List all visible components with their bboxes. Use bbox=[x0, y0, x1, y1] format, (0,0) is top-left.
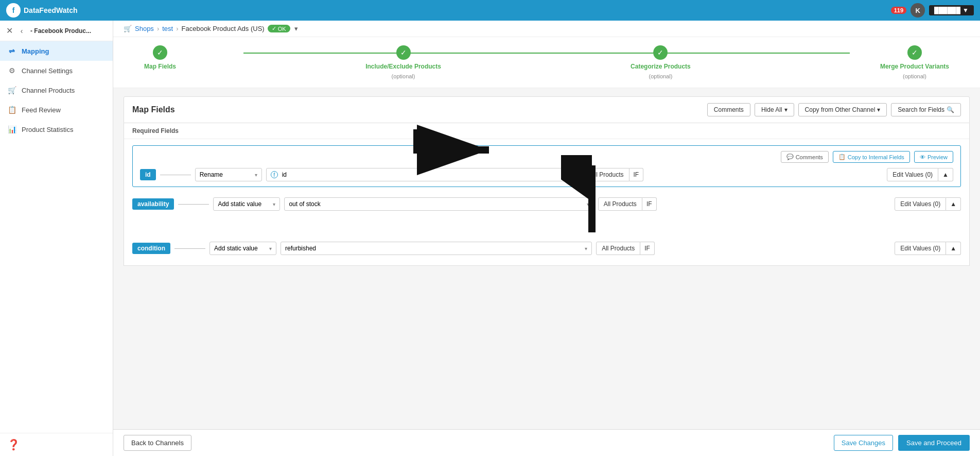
status-text: OK bbox=[278, 26, 286, 32]
map-fields-title: Map Fields bbox=[132, 105, 175, 114]
preview-label: Preview bbox=[927, 154, 948, 160]
breadcrumb-sep-1: › bbox=[157, 25, 159, 32]
user-avatar[interactable]: K bbox=[911, 3, 925, 18]
condition-if-button[interactable]: IF bbox=[640, 242, 655, 255]
required-fields-label: Required Fields bbox=[124, 123, 969, 139]
status-dropdown-arrow[interactable]: ▾ bbox=[294, 25, 298, 32]
if-button[interactable]: IF bbox=[629, 168, 644, 181]
rename-select[interactable]: Rename ▾ bbox=[195, 168, 262, 181]
sidebar-close-button[interactable]: ✕ bbox=[6, 26, 13, 36]
settings-icon: ⚙ bbox=[7, 66, 16, 75]
top-bar-right: 119 K ██████ ▼ bbox=[891, 3, 974, 18]
condition-all-products-group: All Products IF bbox=[596, 242, 655, 255]
map-fields-header: Map Fields Comments Hide All ▾ Copy from… bbox=[124, 96, 970, 123]
sidebar-item-channel-settings[interactable]: ⚙ Channel Settings bbox=[0, 61, 113, 80]
availability-value-select[interactable]: out of stock ▾ bbox=[284, 197, 593, 211]
footer-bar: Back to Channels Save Changes Save and P… bbox=[113, 429, 980, 456]
condition-type-select[interactable]: Add static value ▾ bbox=[209, 242, 276, 255]
user-menu[interactable]: ██████ ▼ bbox=[929, 5, 974, 15]
condition-value-select[interactable]: refurbished ▾ bbox=[281, 242, 592, 255]
sidebar-item-channel-products[interactable]: 🛒 Channel Products bbox=[0, 80, 113, 100]
copy-from-other-channel-button[interactable]: Copy from Other Channel ▾ bbox=[798, 103, 887, 116]
stats-icon: 📊 bbox=[7, 125, 16, 134]
content-area: 🛒 Shops › test › Facebook Product Ads (U… bbox=[113, 21, 980, 456]
hide-all-button[interactable]: Hide All ▾ bbox=[755, 103, 794, 116]
field-line-availability bbox=[178, 204, 209, 205]
eye-icon: 👁 bbox=[920, 154, 925, 160]
availability-value-label: out of stock bbox=[289, 200, 320, 208]
search-for-fields-button[interactable]: Search for Fields 🔍 bbox=[891, 103, 961, 116]
breadcrumb-shops[interactable]: Shops bbox=[135, 25, 154, 32]
condition-type-label: Add static value bbox=[214, 245, 258, 252]
preview-button[interactable]: 👁 Preview bbox=[914, 151, 953, 163]
sidebar-item-mapping[interactable]: ⇌ Mapping bbox=[0, 41, 113, 61]
field-badge-condition: condition bbox=[132, 243, 170, 254]
notification-badge[interactable]: 119 bbox=[891, 7, 906, 14]
save-and-proceed-button[interactable]: Save and Proceed bbox=[898, 435, 970, 451]
collapse-button[interactable]: ▲ bbox=[938, 168, 953, 181]
copy-from-arrow: ▾ bbox=[877, 106, 880, 113]
help-icon: ❓ bbox=[7, 438, 20, 451]
step-merge-variants[interactable]: ✓ Merge Product Variants (optional) bbox=[880, 45, 949, 79]
user-dropdown-arrow: ▼ bbox=[962, 7, 969, 14]
sidebar-item-channel-settings-label: Channel Settings bbox=[22, 67, 73, 75]
id-value-select[interactable]: f id ▾ bbox=[266, 168, 581, 181]
step-categorize[interactable]: ✓ Categorize Products (optional) bbox=[631, 45, 691, 79]
steps-progress-line bbox=[243, 53, 850, 54]
check-icon: ✓ bbox=[272, 25, 276, 32]
field-card-id-actions: 💬 Comments 📋 Copy to Internal Fields 👁 P… bbox=[140, 151, 953, 163]
breadcrumb-test[interactable]: test bbox=[162, 25, 173, 32]
step-merge-variants-label: Merge Product Variants bbox=[880, 63, 949, 70]
cart-icon: 🛒 bbox=[124, 25, 132, 32]
brand-logo: f DataFeedWatch bbox=[6, 3, 78, 18]
feed-icon: 📋 bbox=[7, 105, 16, 114]
breadcrumb-sep-2: › bbox=[176, 25, 178, 32]
sidebar-item-feed-review-label: Feed Review bbox=[22, 106, 61, 114]
rename-arrow: ▾ bbox=[255, 172, 257, 178]
availability-type-label: Add static value bbox=[218, 200, 261, 208]
condition-type-arrow: ▾ bbox=[269, 246, 272, 251]
availability-edit-values-button[interactable]: Edit Values (0) bbox=[895, 197, 946, 211]
edit-values-button[interactable]: Edit Values (0) bbox=[887, 168, 938, 181]
field-line-id bbox=[160, 175, 191, 175]
step-categorize-circle: ✓ bbox=[653, 45, 668, 60]
copy-to-internal-button[interactable]: 📋 Copy to Internal Fields bbox=[833, 151, 910, 163]
sidebar-item-product-statistics-label: Product Statistics bbox=[22, 126, 73, 133]
id-value-arrow: ▾ bbox=[573, 172, 576, 178]
sidebar-item-product-statistics[interactable]: 📊 Product Statistics bbox=[0, 120, 113, 139]
required-fields-section: Required Fields 💬 Comments 📋 Copy to Int… bbox=[124, 123, 970, 266]
condition-collapse-button[interactable]: ▲ bbox=[946, 242, 961, 255]
availability-all-products-button[interactable]: All Products bbox=[598, 197, 642, 211]
top-bar: f DataFeedWatch 119 K ██████ ▼ bbox=[0, 0, 980, 21]
condition-all-products-button[interactable]: All Products bbox=[596, 242, 640, 255]
sidebar-header: ✕ ‹ - Facebook Produc... bbox=[0, 21, 113, 41]
condition-edit-values-button[interactable]: Edit Values (0) bbox=[895, 242, 946, 255]
step-map-fields-label: Map Fields bbox=[144, 63, 176, 70]
back-to-channels-button[interactable]: Back to Channels bbox=[124, 435, 191, 451]
copy-icon: 📋 bbox=[838, 154, 846, 160]
all-products-button[interactable]: All Products bbox=[585, 168, 629, 181]
sidebar: ✕ ‹ - Facebook Produc... ⇌ Mapping ⚙ Cha… bbox=[0, 21, 113, 456]
main-layout: ✕ ‹ - Facebook Produc... ⇌ Mapping ⚙ Cha… bbox=[0, 21, 980, 456]
availability-type-select[interactable]: Add static value ▾ bbox=[213, 197, 280, 211]
sidebar-nav: ⇌ Mapping ⚙ Channel Settings 🛒 Channel P… bbox=[0, 41, 113, 433]
hide-all-arrow: ▾ bbox=[784, 106, 787, 113]
step-map-fields[interactable]: ✓ Map Fields bbox=[144, 45, 176, 70]
status-badge-ok: ✓ OK bbox=[268, 25, 290, 32]
availability-if-button[interactable]: IF bbox=[642, 197, 657, 211]
sidebar-item-mapping-label: Mapping bbox=[22, 47, 49, 55]
sidebar-item-feed-review[interactable]: 📋 Feed Review bbox=[0, 100, 113, 120]
availability-edit-values-group: Edit Values (0) ▲ bbox=[661, 197, 961, 211]
save-changes-button[interactable]: Save Changes bbox=[834, 435, 893, 451]
availability-collapse-button[interactable]: ▲ bbox=[946, 197, 961, 211]
products-icon: 🛒 bbox=[7, 86, 16, 95]
field-card-comments-button[interactable]: 💬 Comments bbox=[781, 151, 829, 163]
comments-button[interactable]: Comments bbox=[707, 103, 750, 116]
condition-value-label: refurbished bbox=[285, 245, 316, 252]
step-include-exclude[interactable]: ✓ Include/Exclude Products (optional) bbox=[365, 45, 441, 79]
availability-all-products-group: All Products IF bbox=[598, 197, 657, 211]
sidebar-help-button[interactable]: ❓ bbox=[0, 433, 113, 456]
field-row-availability: availability Add static value ▾ out of s… bbox=[132, 197, 961, 211]
field-badge-id: id bbox=[140, 169, 156, 180]
copy-from-label: Copy from Other Channel bbox=[805, 106, 876, 113]
